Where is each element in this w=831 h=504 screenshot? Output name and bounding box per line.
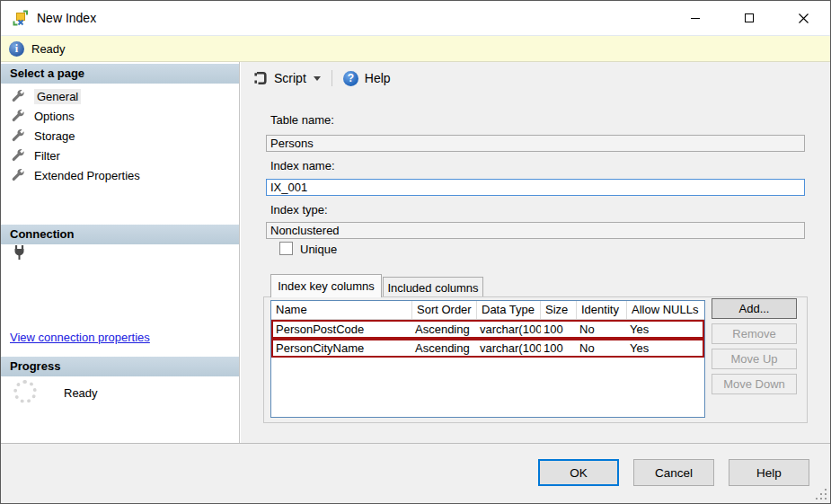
unique-checkbox-label: Unique [300,243,337,256]
column-header[interactable]: Allow NULLs [627,301,704,319]
wrench-icon [11,109,26,124]
help-icon: ? [343,71,358,86]
maximize-button[interactable] [722,1,776,35]
minimize-button[interactable] [668,1,722,35]
sidebar-item-general[interactable]: General [1,86,239,106]
cell-name: PersonPostCode [273,322,412,337]
toolbar: Script ? Help [241,64,830,93]
sidebar-item-label: Extended Properties [34,169,140,182]
wrench-icon [11,89,26,104]
tab-included-columns[interactable]: Included columns [383,277,483,297]
info-icon: i [9,41,24,57]
sidebar-item-options[interactable]: Options [1,106,239,126]
column-header[interactable]: Identity [577,301,627,319]
chevron-down-icon [314,76,321,81]
sidebar-item-extended-properties[interactable]: Extended Properties [1,165,239,185]
column-header[interactable]: Name [271,301,412,319]
cell-allow-nulls: Yes [627,322,703,337]
index-type-field: Nonclustered [266,222,805,239]
progress-status: Ready [64,386,98,400]
cancel-button[interactable]: Cancel [633,459,714,486]
help-button-footer[interactable]: Help [729,459,809,486]
help-label: Help [365,71,391,85]
sidebar: Select a page General Options Storage Fi… [1,62,240,443]
remove-button[interactable]: Remove [712,323,797,344]
cell-identity: No [577,340,627,356]
table-name-label: Table name: [270,113,334,127]
cell-size: 100 [541,340,577,356]
close-icon [798,13,809,24]
column-header[interactable]: Data Type [477,301,541,319]
connection-plug-icon [12,244,28,261]
status-bar: i Ready [1,35,830,62]
progress-header: Progress [1,357,239,376]
add-button[interactable]: Add... [712,298,797,319]
index-type-label: Index type: [270,203,328,217]
resize-grip[interactable] [816,489,827,500]
grid-header: Name Sort Order Data Type Size Identity … [271,301,704,320]
window-title: New Index [37,11,96,25]
help-button[interactable]: ? Help [338,66,396,90]
maximize-icon [744,13,755,23]
wrench-icon [11,148,26,164]
table-row[interactable]: PersonPostCode Ascending varchar(100) 10… [271,320,704,339]
unique-checkbox[interactable] [279,242,293,255]
table-row[interactable]: PersonCityName Ascending varchar(100) 10… [271,339,704,358]
cell-identity: No [577,322,627,337]
sidebar-item-label: Storage [34,129,75,143]
cell-name: PersonCityName [273,340,412,356]
title-bar: New Index [1,1,830,35]
new-index-dialog: New Index i Ready Select a page General [0,0,831,504]
script-button[interactable]: Script [248,66,326,90]
select-a-page-header: Select a page [1,64,239,84]
new-index-icon [13,10,29,26]
wrench-icon [11,128,26,144]
status-text: Ready [31,42,66,56]
sidebar-item-filter[interactable]: Filter [1,146,239,165]
cell-size: 100 [541,322,577,337]
sidebar-item-label: General [34,89,81,104]
tab-index-key-columns[interactable]: Index key columns [270,274,382,297]
footer: OK Cancel Help [1,443,830,503]
script-icon [253,71,268,85]
sidebar-item-label: Filter [34,149,60,163]
wrench-icon [11,168,26,183]
connection-header: Connection [1,225,239,244]
sidebar-item-storage[interactable]: Storage [1,126,239,146]
cell-data-type: varchar(100) [477,322,541,337]
move-down-button[interactable]: Move Down [712,374,797,394]
cell-data-type: varchar(100) [477,340,541,356]
progress-spinner-icon [13,380,37,403]
view-connection-properties-link[interactable]: View connection properties [10,331,150,344]
sidebar-item-label: Options [34,110,75,123]
page-list: General Options Storage Filter Extended … [1,86,239,185]
table-name-field: Persons [266,135,805,152]
cell-sort-order: Ascending [412,322,477,337]
column-header[interactable]: Sort Order [412,301,477,319]
main-panel: Script ? Help Table name: Persons Index … [241,62,830,443]
index-columns-grid[interactable]: Name Sort Order Data Type Size Identity … [270,300,705,418]
column-header[interactable]: Size [541,301,577,319]
ok-button[interactable]: OK [538,459,619,486]
index-name-field[interactable]: IX_001 [266,179,805,196]
minimize-icon [690,13,701,23]
toolbar-separator [332,70,332,86]
cell-allow-nulls: Yes [627,340,703,356]
cell-sort-order: Ascending [412,340,477,356]
close-button[interactable] [776,1,830,35]
index-name-label: Index name: [270,159,335,172]
script-label: Script [274,71,306,85]
move-up-button[interactable]: Move Up [712,349,797,369]
